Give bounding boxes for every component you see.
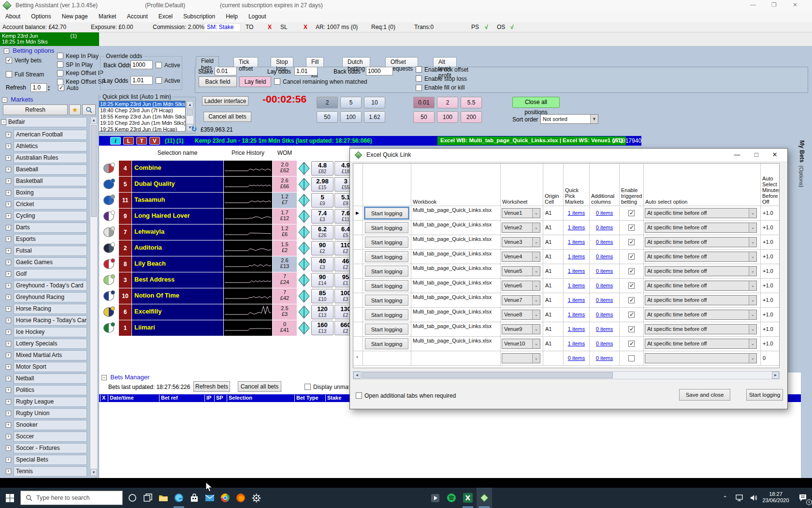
sidebar-item-basketball[interactable]: Basketball [14, 176, 87, 186]
lay-odds-active-checkbox[interactable]: Active [156, 77, 180, 84]
worksheet-select[interactable]: Venue3⌄ [502, 237, 540, 247]
firefox-icon[interactable] [233, 488, 248, 508]
worksheet-select[interactable]: Venue1⌄ [502, 208, 540, 218]
cancel-all-bets-button[interactable]: Cancel all bets [203, 112, 251, 122]
sidebar-item-horse-racing[interactable]: Horse Racing [14, 304, 87, 314]
scroll-thumb[interactable] [362, 372, 613, 378]
quick-pick-items-link[interactable]: 1 items [568, 254, 585, 259]
expand-icon[interactable]: + [6, 132, 11, 137]
network-icon[interactable] [732, 488, 747, 508]
open-additional-tabs-checkbox[interactable]: Open additional tabs when required [356, 392, 456, 399]
checkbox-sp-in-play[interactable]: SP In Play [57, 61, 106, 68]
sidebar-item-ice-hockey[interactable]: Ice Hockey [14, 327, 87, 337]
sidebar-item-rugby-union[interactable]: Rugby Union [14, 408, 87, 418]
worksheet-select[interactable]: Venue7⌄ [502, 295, 540, 305]
betting-options-header[interactable]: − Betting options [4, 47, 54, 54]
expand-icon[interactable]: + [6, 341, 11, 346]
lay-odds-input[interactable]: 1.01 [130, 76, 153, 85]
lay-price-button[interactable]: 660£2 [334, 321, 349, 335]
origin-cell[interactable]: A1 [543, 337, 564, 351]
t-button[interactable]: T [136, 137, 147, 145]
minutes-cell[interactable]: +1.0 [761, 235, 780, 250]
taskbar-clock[interactable]: 18:27 23/06/2020 [759, 491, 793, 504]
back-price-button[interactable]: 90£14 [311, 273, 334, 287]
checkbox-keep-offset-sp[interactable]: Keep Offset SP [57, 78, 106, 85]
enable-triggered-checkbox[interactable] [628, 341, 635, 347]
additional-items-link[interactable]: 0 items [596, 268, 613, 274]
sidebar-item-cycling[interactable]: Cycling [14, 211, 87, 221]
quick-pick-items-link[interactable]: 1 items [568, 210, 585, 216]
expand-icon[interactable]: + [6, 295, 11, 300]
lay-stake-100[interactable]: 100 [437, 111, 458, 123]
minimize-icon[interactable]: — [727, 149, 747, 162]
additional-items-link[interactable]: 0 items [596, 254, 613, 259]
origin-cell[interactable]: A1 [543, 308, 564, 322]
start-logging-footer-button[interactable]: Start logging [746, 389, 783, 401]
sidebar-item-politics[interactable]: Politics [14, 385, 87, 395]
tab-offset-requests[interactable]: Offset requests [385, 57, 418, 67]
lay-price-button[interactable]: 5.1£9 [334, 193, 349, 208]
quick-pick-list[interactable]: 18:25 Kemp 23rd Jun (1m Mdn Stks)18:40 C… [99, 101, 186, 132]
back-price-button[interactable]: 6.2£26 [311, 225, 334, 239]
sidebar-item-motor-sport[interactable]: Motor Sport [14, 362, 87, 372]
bets-col-bet-ref[interactable]: Bet ref [159, 395, 204, 402]
betting-assistant-icon[interactable] [477, 488, 492, 508]
additional-items-link[interactable]: 0 items [596, 210, 613, 216]
worksheet-select[interactable]: Venue4⌄ [502, 252, 540, 262]
enable-triggered-checkbox[interactable] [628, 239, 635, 245]
lay-price-button[interactable]: 110£2 [334, 241, 349, 255]
worksheet-select[interactable]: Venue10⌄ [502, 339, 540, 349]
markets-header[interactable]: − Markets [2, 96, 33, 103]
back-stake-10[interactable]: 10 [364, 97, 385, 108]
quick-pick-items-link[interactable]: 1 items [568, 224, 585, 230]
worksheet-select[interactable]: At specific time before off⌄ [645, 324, 757, 334]
workbook-cell[interactable]: Multi_tab_page_Quick_Links.xlsx [411, 264, 501, 279]
lay-stake-5.5[interactable]: 5.5 [461, 97, 482, 108]
sidebar-item-american-football[interactable]: American Football [14, 130, 87, 140]
collapse-icon[interactable]: − [1, 120, 6, 125]
minutes-cell[interactable]: +1.0 [761, 250, 780, 264]
collapse-icon[interactable]: − [102, 375, 107, 380]
start-logging-button[interactable]: Start logging [365, 251, 408, 262]
excel-icon[interactable]: X [460, 488, 476, 508]
origin-cell[interactable]: A1 [543, 322, 564, 337]
close-icon[interactable]: ✕ [765, 149, 784, 162]
worksheet-select[interactable]: At specific time before off⌄ [645, 208, 757, 218]
back-price-button[interactable]: 85£10 [311, 289, 334, 303]
minutes-cell[interactable]: +1.0 [761, 221, 780, 235]
lay-price-button[interactable]: 46£2 [334, 257, 349, 271]
sidebar-item-special-bets[interactable]: Special Bets [14, 455, 87, 465]
sidebar-item-lottery-specials[interactable]: Lottery Specials [14, 339, 87, 349]
back-price-button[interactable]: 40£3 [311, 257, 334, 271]
sidebar-item-rugby-league[interactable]: Rugby League [14, 397, 87, 407]
additional-items-link[interactable]: 0 items [596, 239, 613, 245]
lay-stake-0.01[interactable]: 0.01 [413, 97, 435, 108]
worksheet-select[interactable]: At specific time before off⌄ [645, 339, 757, 349]
quick-pick-items-link[interactable]: 1 items [568, 268, 585, 274]
enable-triggered-checkbox[interactable] [628, 254, 635, 260]
quick-pick-items-link[interactable]: 1 items [568, 326, 585, 332]
worksheet-select[interactable]: Venue9⌄ [502, 324, 540, 334]
col-price-history[interactable]: Price History [223, 146, 273, 160]
expand-icon[interactable]: + [6, 213, 11, 219]
collapse-icon[interactable]: − [4, 48, 9, 54]
menu-item-market[interactable]: Market [93, 12, 122, 21]
sidebar-item-esports[interactable]: Esports [14, 234, 87, 244]
bets-col-date-time[interactable]: Date/time [108, 395, 159, 402]
minutes-cell[interactable]: +1.0 [761, 322, 780, 337]
worksheet-select[interactable]: Venue2⌄ [502, 223, 540, 233]
selection-name[interactable]: Long Haired Lover [132, 209, 223, 224]
sidebar-item-mixed-martial-arts[interactable]: Mixed Martial Arts [14, 350, 87, 360]
maximize-icon[interactable]: □ [747, 149, 766, 162]
start-logging-button[interactable]: Start logging [365, 338, 408, 349]
expand-icon[interactable]: + [6, 469, 11, 474]
workbook-cell[interactable]: Multi_tab_page_Quick_Links.xlsx [411, 308, 501, 322]
scroll-up-icon[interactable]: ▲ [90, 117, 97, 124]
back-price-button[interactable]: 160£13 [311, 321, 334, 335]
selection-name[interactable]: Best Address [132, 272, 223, 288]
additional-items-link[interactable]: 0 items [596, 224, 613, 230]
quick-pick-item[interactable]: 19:10 Chep 23rd Jun (1m Mdn Stks) [99, 120, 185, 126]
additional-items-link[interactable]: 0 items [596, 283, 613, 288]
ladder-interface-button[interactable]: Ladder interface [202, 96, 248, 105]
menu-item-about[interactable]: About [0, 12, 26, 21]
